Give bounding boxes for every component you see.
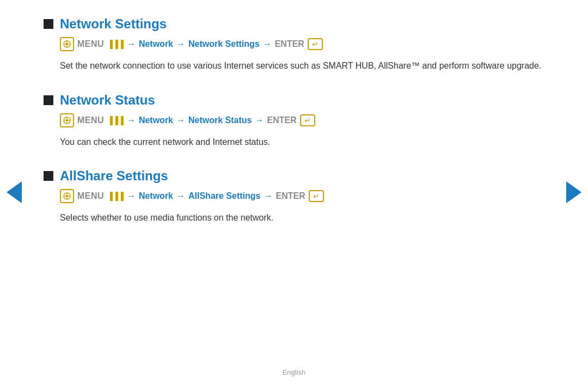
menu-bars-2: ▐▐▐ [107, 116, 124, 125]
section-network-status: Network Status MENU ▐▐▐ → Network → Netw… [44, 93, 544, 149]
enter-word-2: ENTER [267, 115, 296, 125]
menu-icon-1 [60, 37, 74, 51]
arrow3-2: → [255, 115, 264, 125]
enter-icon-2: ↵ [300, 114, 315, 126]
menu-nav2-3: AllShare Settings [188, 191, 260, 201]
enter-word-1: ENTER [275, 39, 304, 49]
section-title-network-settings: Network Settings [44, 16, 544, 32]
menu-icon-3 [60, 189, 74, 203]
menu-icon-2 [60, 113, 74, 127]
enter-icon-3: ↵ [309, 190, 324, 202]
heading-network-status: Network Status [60, 93, 155, 108]
svg-point-13 [66, 195, 69, 198]
enter-word-3: ENTER [275, 191, 305, 201]
bullet-network-status [44, 95, 53, 105]
bullet-network-settings [44, 19, 53, 29]
arrow2-2: → [176, 115, 185, 125]
section-title-allshare-settings: AllShare Settings [44, 168, 544, 184]
section-title-network-status: Network Status [44, 93, 544, 108]
menu-path-allshare-settings: MENU ▐▐▐ → Network → AllShare Settings →… [60, 189, 544, 203]
page-content: Network Settings MENU ▐▐▐ → Network → Ne… [0, 0, 588, 261]
menu-bars-3: ▐▐▐ [107, 192, 124, 200]
heading-network-settings: Network Settings [60, 16, 167, 32]
arrow3-3: → [264, 191, 272, 201]
description-network-settings: Set the network connection to use variou… [60, 59, 544, 73]
menu-bars-1: ▐▐▐ [107, 40, 124, 48]
bullet-allshare-settings [44, 171, 53, 181]
section-network-settings: Network Settings MENU ▐▐▐ → Network → Ne… [44, 16, 544, 73]
menu-nav1-3: Network [139, 191, 173, 201]
nav-next-button[interactable] [566, 181, 581, 203]
menu-word-2: MENU [77, 115, 104, 125]
heading-allshare-settings: AllShare Settings [60, 168, 168, 184]
menu-path-network-status: MENU ▐▐▐ → Network → Network Status → EN… [60, 113, 544, 127]
arrow2-3: → [176, 191, 185, 201]
arrow3-1: → [263, 39, 272, 49]
arrow1-1: → [127, 39, 136, 49]
svg-point-1 [66, 43, 69, 46]
arrow1-2: → [127, 115, 136, 125]
svg-point-7 [66, 119, 69, 121]
menu-nav2-1: Network Settings [188, 39, 260, 49]
menu-nav1-2: Network [139, 115, 173, 125]
menu-nav2-2: Network Status [188, 115, 252, 125]
menu-word-1: MENU [77, 39, 104, 49]
arrow1-3: → [127, 191, 136, 201]
footer-language: English [0, 368, 588, 376]
menu-word-3: MENU [77, 191, 104, 201]
menu-path-network-settings: MENU ▐▐▐ → Network → Network Settings → … [60, 37, 544, 51]
enter-icon-1: ↵ [308, 38, 323, 50]
description-network-status: You can check the current network and In… [60, 135, 544, 149]
section-allshare-settings: AllShare Settings MENU ▐▐▐ → Network → A… [44, 168, 544, 225]
arrow2-1: → [176, 39, 185, 49]
nav-prev-button[interactable] [7, 181, 22, 203]
menu-nav1-1: Network [139, 39, 173, 49]
description-allshare-settings: Selects whether to use media functions o… [60, 211, 544, 225]
